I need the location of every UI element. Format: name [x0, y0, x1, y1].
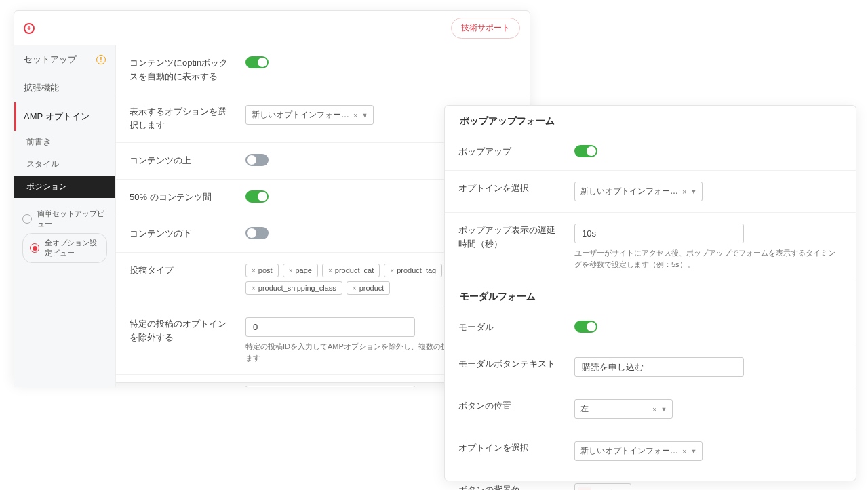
- sidebar: セットアップ ! 拡張機能 AMP オプトイン 前書き スタイル ポジション 簡…: [14, 45, 116, 387]
- field-label: ポップアップ: [458, 145, 564, 159]
- sidebar-sub-style[interactable]: スタイル: [14, 153, 115, 176]
- field-label: オプトインを選択: [458, 182, 564, 195]
- between-50-toggle[interactable]: [245, 190, 269, 203]
- post-type-tag[interactable]: ×product_tag: [384, 264, 442, 277]
- radio-label: 簡単セットアップビュー: [37, 209, 107, 229]
- below-content-toggle[interactable]: [245, 227, 269, 239]
- clear-icon[interactable]: ×: [353, 111, 357, 119]
- post-type-tag[interactable]: ×product: [347, 281, 391, 295]
- field-label: 特定のページのオプトインを除外する: [130, 386, 235, 387]
- chevron-down-icon: ▼: [361, 112, 368, 119]
- radio-icon: [22, 214, 32, 224]
- radio-label: 全オプション設定ビュー: [45, 238, 100, 258]
- chevron-down-icon: ▼: [660, 406, 667, 413]
- popup-optin-select[interactable]: 新しいオプトインフォー… × ▼: [574, 182, 703, 201]
- exclude-posts-input[interactable]: [245, 317, 415, 337]
- select-value: 新しいオプトインフォー…: [580, 445, 678, 457]
- modal-toggle[interactable]: [574, 321, 597, 333]
- sidebar-sub-intro[interactable]: 前書き: [14, 131, 115, 153]
- field-label: 特定の投稿のオプトインを除外する: [130, 317, 235, 344]
- post-type-tag[interactable]: ×product_shipping_class: [245, 281, 342, 295]
- modal-optin-select[interactable]: 新しいオプトインフォー… × ▼: [574, 441, 703, 461]
- radio-icon: [30, 243, 39, 253]
- field-label: モーダル: [458, 321, 564, 334]
- field-label: コンテンツにoptinボックスを自動的に表示する: [130, 56, 235, 83]
- field-label: コンテンツの上: [130, 154, 235, 167]
- chevron-down-icon: ▼: [690, 188, 696, 195]
- section-header-modal: モーダルフォーム: [445, 281, 856, 310]
- clear-icon[interactable]: ×: [682, 447, 686, 455]
- clear-icon[interactable]: ×: [652, 405, 656, 413]
- tag-remove-icon[interactable]: ×: [252, 267, 256, 274]
- sidebar-item-extensions[interactable]: 拡張機能: [14, 74, 115, 102]
- above-content-toggle[interactable]: [245, 154, 269, 166]
- field-label: モーダルボタンテキスト: [458, 357, 564, 371]
- chevron-down-icon: ▼: [690, 448, 696, 455]
- field-label: ポップアップ表示の遅延時間（秒）: [458, 224, 564, 250]
- view-mode-group: 簡単セットアップビュー 全オプション設定ビュー: [14, 198, 115, 270]
- sidebar-sub-position[interactable]: ポジション: [14, 176, 115, 198]
- field-label: ボタンの位置: [458, 399, 564, 413]
- tag-remove-icon[interactable]: ×: [353, 285, 357, 292]
- warning-icon: !: [96, 55, 106, 64]
- view-simple-radio[interactable]: 簡単セットアップビュー: [22, 205, 107, 233]
- modal-position-select[interactable]: 左 × ▼: [574, 399, 673, 419]
- color-swatch: [578, 487, 591, 490]
- support-button[interactable]: 技術サポート: [451, 18, 520, 39]
- field-label: オプトインを選択: [458, 441, 564, 455]
- sidebar-item-setup[interactable]: セットアップ !: [14, 45, 115, 74]
- option-select[interactable]: 新しいオプトインフォー… × ▼: [245, 105, 374, 125]
- post-type-tag[interactable]: ×page: [283, 264, 318, 277]
- sidebar-item-amp-optin[interactable]: AMP オプトイン: [14, 102, 115, 131]
- field-label: ボタンの背景色: [458, 483, 564, 490]
- field-label: 50% のコンテンツ間: [130, 190, 235, 204]
- settings-panel-right: ポップアップフォーム ポップアップ オプトインを選択 新しいオプトインフォー… …: [444, 105, 856, 481]
- popup-toggle[interactable]: [574, 145, 597, 157]
- section-header-popup: ポップアップフォーム: [445, 106, 856, 134]
- field-label: 表示するオプションを選択します: [130, 105, 235, 131]
- clear-icon[interactable]: ×: [682, 188, 686, 196]
- view-all-radio[interactable]: 全オプション設定ビュー: [22, 233, 107, 263]
- select-value: 新しいオプトインフォー…: [580, 186, 678, 197]
- sidebar-label: セットアップ: [24, 54, 77, 66]
- post-type-tag[interactable]: ×post: [245, 264, 279, 277]
- tag-remove-icon[interactable]: ×: [289, 267, 293, 274]
- select-value: 左: [580, 403, 648, 415]
- exclude-pages-input[interactable]: [245, 386, 415, 387]
- post-type-tag[interactable]: ×product_cat: [322, 264, 380, 277]
- tag-remove-icon[interactable]: ×: [328, 267, 332, 274]
- select-value: 新しいオプトインフォー…: [252, 109, 349, 121]
- field-label: コンテンツの下: [130, 227, 235, 241]
- field-label: 投稿タイプ: [130, 264, 235, 277]
- tag-remove-icon[interactable]: ×: [252, 285, 256, 292]
- auto-show-toggle[interactable]: [245, 56, 269, 68]
- help-text: ユーザーがサイトにアクセス後、ポップアップでフォームを表示するタイミングを秒数で…: [574, 247, 842, 270]
- bg-color-picker[interactable]: 色を選択: [574, 483, 631, 490]
- add-icon[interactable]: +: [24, 23, 35, 34]
- modal-button-text-input[interactable]: [574, 357, 744, 377]
- topbar: + 技術サポート: [14, 11, 530, 45]
- tag-remove-icon[interactable]: ×: [390, 267, 394, 274]
- popup-delay-input[interactable]: [574, 224, 744, 243]
